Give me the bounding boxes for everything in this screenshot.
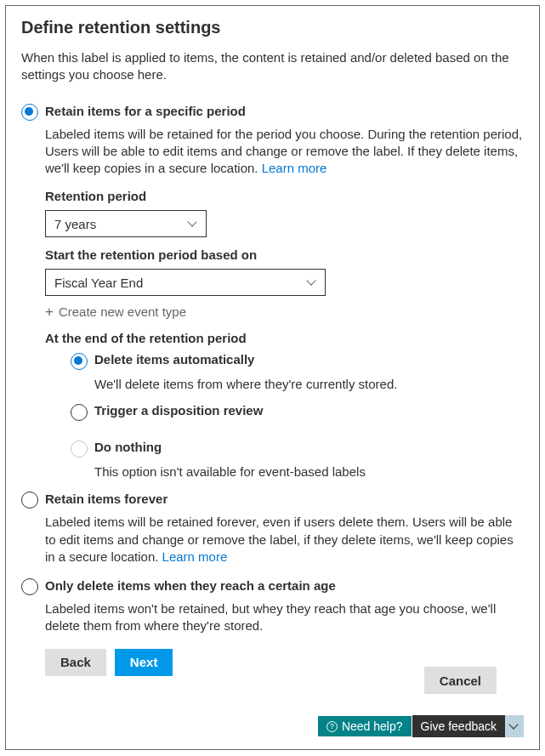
retain-forever-label: Retain items forever xyxy=(45,491,167,508)
end-options-group: Delete items automatically We'll delete … xyxy=(71,352,524,479)
chevron-down-icon xyxy=(308,278,316,287)
delete-auto-label: Delete items automatically xyxy=(94,352,254,367)
need-help-label: Need help? xyxy=(342,719,403,733)
radio-delete-auto[interactable] xyxy=(71,353,88,370)
delete-at-age-label: Only delete items when they reach a cert… xyxy=(45,577,336,594)
end-of-period-heading: At the end of the retention period xyxy=(45,331,524,345)
next-button[interactable]: Next xyxy=(115,649,173,676)
start-based-on-heading: Start the retention period based on xyxy=(45,247,524,262)
learn-more-link[interactable]: Learn more xyxy=(262,161,327,175)
retention-period-dropdown[interactable]: 7 years xyxy=(45,210,207,237)
retain-period-label: Retain items for a specific period xyxy=(45,103,246,120)
start-based-on-dropdown[interactable]: Fiscal Year End xyxy=(45,269,326,296)
info-icon: ? xyxy=(326,721,338,732)
create-event-type-label: Create new event type xyxy=(59,304,186,319)
retention-period-value: 7 years xyxy=(54,217,96,231)
radio-delete-at-age[interactable] xyxy=(21,578,38,595)
chevron-down-icon xyxy=(189,219,197,228)
do-nothing-desc: This option isn't available for event-ba… xyxy=(94,464,524,479)
start-based-on-block: Start the retention period based on Fisc… xyxy=(45,247,524,479)
delete-auto-desc: We'll delete items from where they're cu… xyxy=(94,377,524,391)
page-title: Define retention settings xyxy=(21,18,524,37)
retention-period-heading: Retention period xyxy=(45,189,524,203)
cancel-button[interactable]: Cancel xyxy=(424,667,497,694)
create-event-type-link[interactable]: + Create new event type xyxy=(45,304,524,319)
option-trigger-review[interactable]: Trigger a disposition review xyxy=(71,403,524,421)
footer-bar: ? Need help? Give feedback xyxy=(317,715,524,737)
option-delete-at-age[interactable]: Only delete items when they reach a cert… xyxy=(21,577,524,595)
retention-period-block: Retention period 7 years xyxy=(45,189,524,237)
trigger-review-label: Trigger a disposition review xyxy=(94,403,263,418)
radio-do-nothing xyxy=(71,441,88,458)
plus-icon: + xyxy=(45,304,54,319)
give-feedback-button[interactable]: Give feedback xyxy=(412,715,506,737)
option-delete-auto[interactable]: Delete items automatically xyxy=(71,352,524,370)
radio-retain-forever[interactable] xyxy=(21,492,38,509)
back-button[interactable]: Back xyxy=(45,649,106,676)
learn-more-link-2[interactable]: Learn more xyxy=(162,549,228,564)
option-do-nothing: Do nothing xyxy=(71,440,524,458)
delete-at-age-desc: Labeled items won't be retained, but whe… xyxy=(45,600,524,635)
option-retain-forever[interactable]: Retain items forever xyxy=(21,491,524,509)
intro-text: When this label is applied to items, the… xyxy=(21,49,524,84)
retain-forever-desc: Labeled items will be retained forever, … xyxy=(45,514,524,566)
start-based-on-value: Fiscal Year End xyxy=(54,276,143,290)
do-nothing-label: Do nothing xyxy=(94,440,162,454)
radio-trigger-review[interactable] xyxy=(71,404,88,421)
give-feedback-label: Give feedback xyxy=(421,719,497,733)
retention-settings-panel: Define retention settings When this labe… xyxy=(5,5,540,750)
feedback-dropdown-toggle[interactable] xyxy=(505,715,524,737)
need-help-button[interactable]: ? Need help? xyxy=(317,715,412,737)
option-retain-period[interactable]: Retain items for a specific period xyxy=(21,103,524,121)
chevron-down-icon xyxy=(510,722,519,730)
radio-retain-period[interactable] xyxy=(21,104,38,121)
retain-period-desc: Labeled items will be retained for the p… xyxy=(45,126,524,178)
